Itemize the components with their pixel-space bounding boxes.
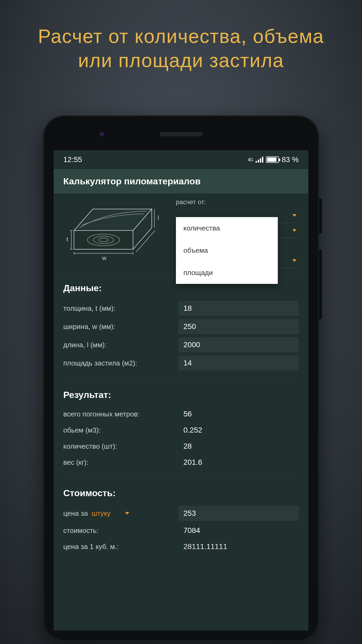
battery-icon	[266, 156, 279, 163]
row-count: количество (шт): 28	[63, 438, 299, 454]
diagram-label-t: t	[67, 236, 68, 243]
signal-bars-icon	[256, 157, 263, 163]
promo-line2: или площади застила	[78, 50, 284, 71]
divider	[63, 476, 299, 476]
cost-section-title: Стоимость:	[63, 488, 299, 498]
menu-option-volume[interactable]: объема	[176, 239, 278, 262]
label-width: ширина, w (мм):	[63, 323, 179, 331]
status-right: 4G 83 %	[248, 155, 299, 164]
network-4g-icon: 4G	[248, 157, 253, 162]
value-count: 28	[179, 442, 299, 451]
data-section-title: Данные:	[63, 283, 299, 293]
price-per-label: цена за	[63, 509, 88, 518]
data-section: Данные: толщина, t (мм): ширина, w (мм):…	[54, 274, 308, 375]
input-area[interactable]	[179, 356, 299, 371]
cost-section: Стоимость: цена за штуку стоимость: 7084…	[54, 479, 308, 557]
value-price-per-cubic: 28111.11111	[179, 542, 299, 551]
result-section: Результат: всего погонных метров: 56 обь…	[54, 380, 308, 473]
label-weight: вес (кг):	[63, 458, 179, 467]
row-price-per-cubic: цена за 1 куб. м.: 28111.11111	[63, 539, 299, 555]
input-thickness[interactable]	[179, 301, 299, 316]
value-running-meters: 56	[179, 410, 299, 418]
svg-rect-0	[74, 230, 133, 249]
result-section-title: Результат:	[63, 390, 299, 400]
chevron-down-icon	[292, 259, 297, 262]
menu-option-area[interactable]: площади	[176, 262, 278, 284]
row-running-meters: всего погонных метров: 56	[63, 406, 299, 422]
row-weight: вес (кг): 201.6	[63, 454, 299, 470]
label-running-meters: всего погонных метров:	[63, 410, 179, 418]
label-count: количество (шт):	[63, 442, 179, 451]
status-time: 12:55	[63, 155, 82, 164]
chevron-down-icon	[125, 512, 129, 515]
value-volume: 0.252	[179, 426, 299, 434]
controls-panel: расчет от: количества объема площади	[176, 198, 299, 268]
label-volume: обьем (м3):	[63, 426, 179, 434]
label-area: площадь застила (м2):	[63, 359, 179, 367]
row-width: ширина, w (мм):	[63, 317, 299, 336]
price-per-select-value: штуку	[91, 509, 110, 518]
top-section: t w l расчет от: колич	[54, 193, 308, 274]
phone-frame: 12:55 4G 83 % Калькулятор пиломатериалов	[43, 115, 319, 641]
label-total-cost: стоимость:	[63, 526, 179, 535]
app-bar: Калькулятор пиломатериалов	[54, 169, 308, 193]
row-length: длина, l (мм):	[63, 336, 299, 354]
input-length[interactable]	[179, 337, 299, 352]
value-weight: 201.6	[179, 458, 299, 467]
phone-earpiece	[160, 132, 202, 136]
promo-title: Расчет от количества, объема или площади…	[0, 24, 362, 72]
phone-power-button	[319, 199, 322, 233]
label-price-per-cubic: цена за 1 куб. м.:	[63, 543, 179, 551]
chevron-down-icon	[292, 229, 297, 232]
chevron-down-icon	[292, 214, 297, 217]
battery-percent: 83 %	[282, 155, 299, 164]
row-area: площадь застила (м2):	[63, 354, 299, 372]
divider	[63, 378, 299, 378]
status-bar: 12:55 4G 83 %	[54, 150, 308, 169]
app-title: Калькулятор пиломатериалов	[63, 176, 201, 186]
row-total-cost: стоимость: 7084	[63, 522, 299, 539]
calc-from-dropdown-menu: количества объема площади	[176, 217, 278, 284]
calc-from-label: расчет от:	[176, 198, 299, 206]
label-thickness: толщина, t (мм):	[63, 304, 179, 313]
row-price-per: цена за штуку	[63, 504, 299, 522]
phone-sensor	[99, 131, 105, 137]
value-total-cost: 7084	[179, 526, 299, 535]
row-volume: обьем (м3): 0.252	[63, 422, 299, 438]
row-thickness: толщина, t (мм):	[63, 299, 299, 317]
diagram-label-w: w	[102, 255, 106, 261]
label-length: длина, l (мм):	[63, 341, 179, 349]
input-price-per[interactable]	[179, 506, 299, 521]
screen: 12:55 4G 83 % Калькулятор пиломатериалов	[54, 150, 308, 631]
price-per-select[interactable]: цена за штуку	[63, 509, 179, 518]
menu-option-quantity[interactable]: количества	[176, 217, 278, 239]
promo-line1: Расчет от количества, объема	[38, 25, 324, 47]
lumber-diagram: t w l	[63, 198, 171, 268]
phone-volume-button	[319, 250, 322, 319]
diagram-label-l: l	[158, 214, 159, 221]
input-width[interactable]	[179, 319, 299, 334]
